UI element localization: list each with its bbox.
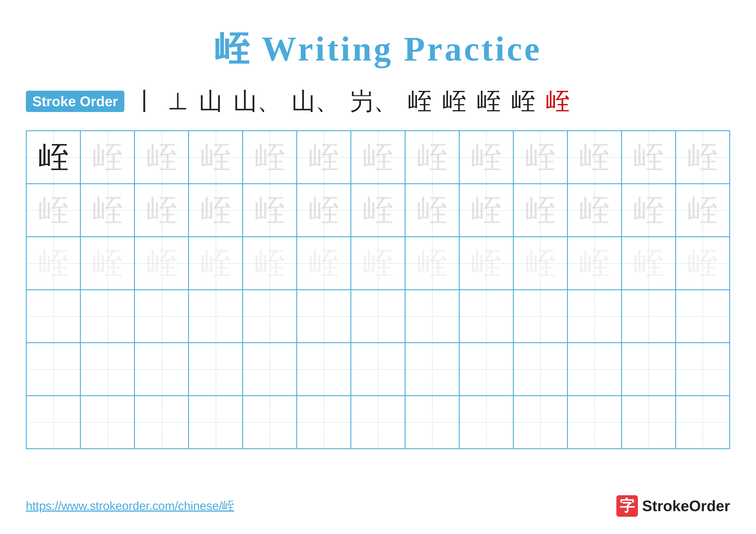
grid-cell-r1c3[interactable]: 峌: [134, 131, 189, 184]
char-r2c1: 峌: [39, 195, 68, 225]
grid-cell-r2c8[interactable]: 峌: [405, 184, 459, 237]
char-r1c13: 峌: [688, 142, 717, 172]
char-r2c11: 峌: [579, 195, 609, 225]
grid-cell-r5c1[interactable]: [26, 343, 80, 396]
grid-cell-r4c3[interactable]: [134, 290, 189, 343]
grid-cell-r2c13[interactable]: 峌: [676, 184, 730, 237]
grid-cell-r4c5[interactable]: [243, 290, 297, 343]
stroke-9: 峌: [477, 85, 500, 117]
footer-brand: 字 StrokeOrder: [616, 495, 730, 517]
grid-cell-r3c9[interactable]: 峌: [459, 237, 513, 290]
grid-cell-r3c4[interactable]: 峌: [189, 237, 243, 290]
char-r2c4: 峌: [201, 195, 231, 225]
grid-cell-r6c12[interactable]: [622, 396, 676, 449]
grid-cell-r6c11[interactable]: [567, 396, 622, 449]
grid-cell-r1c5[interactable]: 峌: [243, 131, 297, 184]
grid-cell-r3c2[interactable]: 峌: [80, 237, 134, 290]
grid-cell-r5c4[interactable]: [189, 343, 243, 396]
grid-cell-r4c10[interactable]: [513, 290, 567, 343]
char-r3c7: 峌: [363, 248, 393, 278]
grid-cell-r5c11[interactable]: [567, 343, 622, 396]
grid-cell-r2c6[interactable]: 峌: [297, 184, 351, 237]
grid-cell-r2c9[interactable]: 峌: [459, 184, 513, 237]
grid-cell-r6c9[interactable]: [459, 396, 513, 449]
grid-cell-r5c13[interactable]: [676, 343, 730, 396]
grid-cell-r3c8[interactable]: 峌: [405, 237, 459, 290]
grid-cell-r2c7[interactable]: 峌: [351, 184, 405, 237]
grid-cell-r4c12[interactable]: [622, 290, 676, 343]
grid-cell-r4c11[interactable]: [567, 290, 622, 343]
grid-cell-r4c1[interactable]: [26, 290, 80, 343]
grid-cell-r4c7[interactable]: [351, 290, 405, 343]
grid-cell-r4c13[interactable]: [676, 290, 730, 343]
grid-cell-r1c8[interactable]: 峌: [405, 131, 459, 184]
char-r3c5: 峌: [255, 248, 285, 278]
grid-cell-r6c6[interactable]: [297, 396, 351, 449]
footer-url[interactable]: https://www.strokeorder.com/chinese/峌: [26, 498, 234, 514]
grid-cell-r1c9[interactable]: 峌: [459, 131, 513, 184]
grid-cell-r3c7[interactable]: 峌: [351, 237, 405, 290]
char-r3c9: 峌: [471, 248, 501, 278]
grid-cell-r4c4[interactable]: [189, 290, 243, 343]
grid-cell-r3c11[interactable]: 峌: [567, 237, 622, 290]
grid-cell-r5c3[interactable]: [134, 343, 189, 396]
grid-cell-r1c1[interactable]: 峌: [26, 131, 80, 184]
grid-cell-r6c2[interactable]: [80, 396, 134, 449]
grid-cell-r4c2[interactable]: [80, 290, 134, 343]
grid-cell-r6c1[interactable]: [26, 396, 80, 449]
grid-cell-r5c12[interactable]: [622, 343, 676, 396]
grid-cell-r3c5[interactable]: 峌: [243, 237, 297, 290]
char-r1c10: 峌: [525, 142, 555, 172]
char-r1c11: 峌: [579, 142, 609, 172]
grid-cell-r4c6[interactable]: [297, 290, 351, 343]
grid-cell-r6c5[interactable]: [243, 396, 297, 449]
grid-cell-r5c9[interactable]: [459, 343, 513, 396]
grid-cell-r5c6[interactable]: [297, 343, 351, 396]
grid-cell-r1c11[interactable]: 峌: [567, 131, 622, 184]
grid-cell-r2c3[interactable]: 峌: [134, 184, 189, 237]
page: 峌 Writing Practice Stroke Order 丨 ⊥ 山 山、…: [0, 0, 756, 534]
grid-cell-r2c5[interactable]: 峌: [243, 184, 297, 237]
grid-cell-r2c12[interactable]: 峌: [622, 184, 676, 237]
grid-cell-r1c6[interactable]: 峌: [297, 131, 351, 184]
grid-cell-r1c10[interactable]: 峌: [513, 131, 567, 184]
grid-cell-r2c4[interactable]: 峌: [189, 184, 243, 237]
char-r2c8: 峌: [417, 195, 447, 225]
grid-cell-r5c2[interactable]: [80, 343, 134, 396]
grid-cell-r3c12[interactable]: 峌: [622, 237, 676, 290]
grid-cell-r1c12[interactable]: 峌: [622, 131, 676, 184]
grid-cell-r5c7[interactable]: [351, 343, 405, 396]
grid-cell-r6c8[interactable]: [405, 396, 459, 449]
grid-cell-r6c4[interactable]: [189, 396, 243, 449]
grid-cell-r2c2[interactable]: 峌: [80, 184, 134, 237]
stroke-chars: 丨 ⊥ 山 山、 山、 屶、 峌 峌 峌 峌 峌: [133, 85, 570, 117]
grid-cell-r2c1[interactable]: 峌: [26, 184, 80, 237]
grid-cell-r6c3[interactable]: [134, 396, 189, 449]
grid-cell-r4c9[interactable]: [459, 290, 513, 343]
grid-cell-r4c8[interactable]: [405, 290, 459, 343]
grid-cell-r1c7[interactable]: 峌: [351, 131, 405, 184]
grid-cell-r3c3[interactable]: 峌: [134, 237, 189, 290]
title-section: 峌 Writing Practice: [26, 26, 730, 72]
grid-cell-r3c6[interactable]: 峌: [297, 237, 351, 290]
grid-cell-r1c2[interactable]: 峌: [80, 131, 134, 184]
grid-cell-r5c8[interactable]: [405, 343, 459, 396]
char-r1c8: 峌: [417, 142, 447, 172]
grid-cell-r1c4[interactable]: 峌: [189, 131, 243, 184]
char-r1c9: 峌: [471, 142, 501, 172]
grid-cell-r6c7[interactable]: [351, 396, 405, 449]
grid-cell-r2c10[interactable]: 峌: [513, 184, 567, 237]
grid-cell-r3c13[interactable]: 峌: [676, 237, 730, 290]
grid-cell-r3c10[interactable]: 峌: [513, 237, 567, 290]
char-r3c1: 峌: [39, 248, 68, 278]
grid-cell-r6c13[interactable]: [676, 396, 730, 449]
grid-cell-r5c10[interactable]: [513, 343, 567, 396]
grid-cell-r3c1[interactable]: 峌: [26, 237, 80, 290]
char-r3c10: 峌: [525, 248, 555, 278]
grid-cell-r6c10[interactable]: [513, 396, 567, 449]
char-r3c3: 峌: [147, 248, 177, 278]
grid-cell-r2c11[interactable]: 峌: [567, 184, 622, 237]
char-r1c1: 峌: [39, 142, 68, 172]
grid-cell-r5c5[interactable]: [243, 343, 297, 396]
grid-cell-r1c13[interactable]: 峌: [676, 131, 730, 184]
